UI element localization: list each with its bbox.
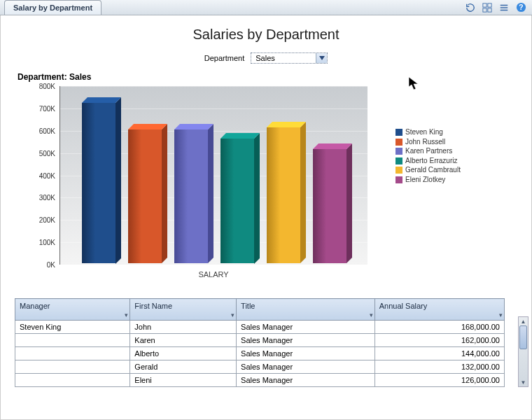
chevron-down-icon: ▾ (499, 312, 503, 318)
cell-title: Sales Manager (237, 334, 375, 347)
cell-salary: 168,000.00 (374, 321, 504, 334)
tab-salary-by-department[interactable]: Salary by Department (4, 0, 102, 15)
cell-salary: 162,000.00 (374, 334, 504, 347)
legend-label: Karen Partners (405, 147, 452, 155)
scroll-down-icon[interactable]: ▼ (519, 378, 528, 386)
bar[interactable] (313, 149, 352, 263)
chevron-down-icon: ▾ (125, 312, 128, 318)
legend-swatch (396, 139, 402, 146)
column-header[interactable]: Title▾ (237, 299, 375, 321)
bar[interactable] (82, 103, 121, 264)
cell-manager (15, 347, 130, 360)
table-row[interactable]: Steven KingJohnSales Manager168,000.00 (15, 321, 505, 334)
cell-manager (15, 374, 130, 387)
table-scrollbar[interactable]: ▲ ▼ (518, 316, 528, 387)
department-label: Department (204, 54, 244, 62)
content-scroll[interactable]: Salaries by Department Department Sales … (0, 15, 532, 420)
legend-swatch (396, 167, 402, 174)
table-row[interactable]: GeraldSales Manager132,000.00 (15, 360, 505, 374)
legend-swatch (396, 158, 402, 164)
help-icon[interactable]: ? (515, 2, 526, 13)
cell-first-name: John (130, 321, 237, 334)
table-row[interactable]: AlbertoSales Manager144,000.00 (15, 347, 505, 360)
cell-manager: Steven King (15, 321, 130, 334)
scroll-thumb[interactable] (519, 326, 527, 349)
column-header[interactable]: First Name▾ (130, 299, 237, 321)
bars-container (82, 86, 360, 263)
chevron-down-icon: ▾ (370, 312, 373, 318)
y-axis: 0K100K200K300K400K500K600K700K800K (31, 86, 58, 265)
legend-item: Karen Partners (396, 147, 461, 155)
cell-first-name: Karen (130, 334, 237, 347)
y-tick: 700K (39, 104, 55, 112)
y-tick: 500K (39, 149, 55, 157)
legend-item: Alberto Errazuriz (396, 157, 461, 165)
department-select-value: Sales (255, 54, 275, 62)
y-tick: 200K (39, 216, 55, 224)
cell-title: Sales Manager (237, 360, 375, 374)
cell-first-name: Gerald (130, 360, 237, 374)
subheading-department: Department: Sales (18, 72, 517, 82)
layout-icon[interactable] (482, 2, 493, 13)
toolbar: Salary by Department ? (0, 0, 532, 15)
salary-table: Manager▾First Name▾Title▾Annual Salary▾ … (15, 298, 505, 387)
bar[interactable] (128, 130, 167, 263)
legend-label: Steven King (405, 128, 443, 136)
legend-swatch (396, 129, 402, 136)
cell-salary: 132,000.00 (374, 360, 504, 374)
table-row[interactable]: EleniSales Manager126,000.00 (15, 374, 505, 387)
list-icon[interactable] (498, 2, 510, 13)
y-tick: 0K (47, 261, 55, 269)
legend-swatch (396, 148, 402, 155)
cell-first-name: Eleni (130, 374, 237, 387)
column-header[interactable]: Manager▾ (15, 299, 130, 321)
svg-rect-3 (488, 8, 491, 11)
chevron-down-icon (316, 53, 327, 63)
legend-label: Eleni Zlotkey (405, 176, 445, 184)
legend-item: John Russell (396, 138, 461, 146)
table-row[interactable]: KarenSales Manager162,000.00 (15, 334, 505, 347)
cell-manager (15, 334, 130, 347)
bar[interactable] (174, 130, 214, 263)
bar[interactable] (220, 139, 260, 264)
cell-title: Sales Manager (237, 321, 375, 334)
column-header[interactable]: Annual Salary▾ (374, 299, 504, 321)
cell-title: Sales Manager (237, 374, 375, 387)
svg-rect-1 (488, 3, 491, 6)
svg-rect-0 (483, 3, 486, 6)
y-tick: 400K (39, 172, 55, 179)
legend: Steven KingJohn RussellKaren PartnersAlb… (396, 128, 461, 185)
y-tick: 100K (39, 239, 55, 246)
chevron-down-icon: ▾ (231, 312, 234, 318)
refresh-icon[interactable] (465, 2, 476, 13)
department-select[interactable]: Sales (251, 52, 328, 64)
legend-item: Gerald Cambrault (396, 166, 461, 174)
legend-swatch (396, 176, 402, 183)
department-picker: Department Sales (15, 52, 517, 64)
cell-first-name: Alberto (130, 347, 237, 360)
cell-salary: 144,000.00 (374, 347, 504, 360)
tab-label: Salary by Department (13, 4, 92, 12)
svg-rect-2 (483, 8, 486, 11)
legend-item: Eleni Zlotkey (396, 176, 461, 184)
svg-text:?: ? (519, 4, 523, 11)
cell-title: Sales Manager (237, 347, 375, 360)
y-tick: 800K (39, 83, 55, 90)
bar[interactable] (267, 127, 306, 263)
cell-salary: 126,000.00 (374, 374, 504, 387)
x-axis-label: SALARY (59, 270, 368, 279)
legend-label: John Russell (405, 138, 445, 146)
y-tick: 600K (39, 127, 55, 134)
salary-bar-chart: 0K100K200K300K400K500K600K700K800K SALAR… (18, 86, 517, 279)
legend-label: Alberto Errazuriz (405, 157, 457, 165)
y-tick: 300K (39, 194, 55, 202)
scroll-up-icon[interactable]: ▲ (519, 317, 528, 326)
legend-label: Gerald Cambrault (405, 166, 461, 174)
legend-item: Steven King (396, 128, 461, 136)
cell-manager (15, 360, 130, 374)
page-title: Salaries by Department (15, 27, 517, 43)
